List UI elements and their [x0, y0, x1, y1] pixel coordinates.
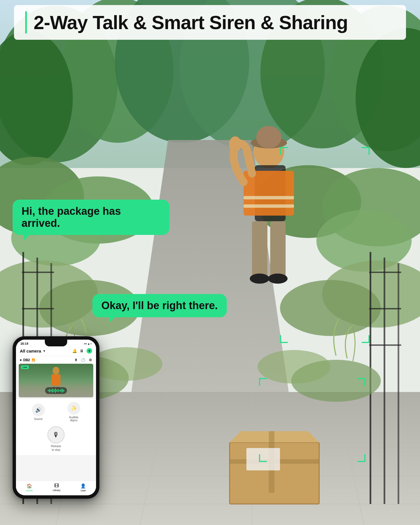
svg-rect-64 — [52, 374, 60, 386]
wave-bar — [60, 389, 61, 392]
clock-icon[interactable]: 🕐 — [81, 358, 85, 362]
mic-label: Releaseto stop — [51, 444, 61, 452]
phone-status-right: ▪▪▪ ▴ ▪ — [84, 342, 92, 345]
chat-text-2: Okay, I'll be right there. — [101, 300, 218, 311]
wave-bar — [49, 389, 50, 392]
user-icon: 👤 — [80, 483, 86, 489]
svg-rect-46 — [252, 221, 267, 277]
alarm-label: AudibleAlarm — [69, 416, 78, 422]
page-title: 2-Way Talk & Smart Siren & Sharing — [34, 11, 348, 33]
pkg-corner-tl — [259, 378, 267, 386]
svg-rect-38 — [369, 272, 401, 273]
phone-header-icons: 🔔 🖥 + — [72, 348, 92, 354]
phone-screen: 16:14 ▪▪▪ ▴ ▪ All camera ▼ 🔔 🖥 — [16, 340, 96, 495]
svg-rect-33 — [22, 308, 54, 309]
monitor-icon[interactable]: 🖥 — [80, 349, 84, 353]
wave-bar — [51, 389, 52, 392]
signal-icon: ▪▪▪ — [84, 342, 87, 345]
dropdown-arrow-icon: ▼ — [43, 349, 46, 353]
title-accent — [25, 11, 27, 34]
share-icon[interactable]: ⬆ — [74, 358, 78, 362]
phone-outer: 16:14 ▪▪▪ ▴ ▪ All camera ▼ 🔔 🖥 — [13, 336, 99, 499]
svg-point-50 — [229, 136, 241, 152]
battery-icon: ▪ — [90, 342, 92, 345]
nav-home[interactable]: 🏠 Home — [26, 483, 33, 492]
camera-title-text: All camera — [20, 349, 41, 353]
wave-bar — [59, 390, 60, 391]
nav-user[interactable]: 👤 User — [80, 483, 86, 492]
svg-rect-36 — [384, 258, 385, 504]
wave-bar — [56, 389, 57, 392]
wave-bar — [48, 390, 49, 391]
camera-label: DB2 📶 — [20, 358, 35, 362]
pkg-corner-br — [358, 454, 365, 462]
phone-camera-row: DB2 📶 ⬆ 🕐 ⚙ — [16, 356, 96, 364]
corner-tl — [280, 147, 288, 155]
home-icon: 🏠 — [27, 483, 32, 489]
phone-notch — [45, 340, 67, 346]
wifi-icon: ▴ — [88, 342, 89, 345]
svg-rect-37 — [398, 263, 399, 504]
scene-container: 2-Way Talk & Smart Siren & Sharing Hi, t… — [0, 0, 420, 525]
sound-label: Sound — [34, 417, 42, 421]
pkg-corner-tr — [358, 378, 365, 386]
camera-thumbnail[interactable]: Live — [19, 364, 93, 397]
sound-button[interactable]: 🔊 Sound — [32, 403, 45, 421]
chat-text-1: Hi, the package has arrived. — [22, 205, 121, 229]
svg-rect-40 — [369, 344, 401, 346]
library-icon: 🎞 — [54, 483, 59, 488]
wave-bar — [55, 388, 56, 393]
phone-time: 16:14 — [20, 342, 28, 345]
corner-tr — [362, 147, 370, 155]
add-icon[interactable]: + — [87, 348, 92, 354]
bell-icon[interactable]: 🔔 — [72, 349, 77, 353]
alarm-button[interactable]: ✨ AudibleAlarm — [67, 402, 80, 422]
phone-mockup: 16:14 ▪▪▪ ▴ ▪ All camera ▼ 🔔 🖥 — [13, 336, 99, 499]
nav-home-label: Home — [26, 489, 33, 492]
package-detection-box — [259, 378, 365, 462]
camera-icons-row: ⬆ 🕐 ⚙ — [74, 358, 92, 362]
camera-name: DB2 — [23, 358, 30, 362]
corner-br — [362, 335, 370, 343]
nav-library[interactable]: 🎞 Library — [53, 483, 60, 492]
live-badge: Live — [21, 365, 29, 369]
svg-point-61 — [90, 347, 162, 381]
camera-title: All camera ▼ — [20, 349, 46, 353]
gear-icon[interactable]: ⚙ — [89, 358, 92, 362]
wave-bar — [62, 389, 63, 393]
camera-dot — [20, 359, 22, 361]
svg-rect-32 — [22, 272, 54, 273]
chat-bubble-1: Hi, the package has arrived. — [13, 200, 169, 235]
mic-section: 🎙 Releaseto stop — [16, 425, 96, 455]
wave-bar — [58, 389, 59, 392]
mic-button[interactable]: 🎙 — [48, 427, 64, 443]
wifi-signal-icon: 📶 — [32, 358, 35, 361]
corner-bl — [280, 335, 288, 343]
phone-controls: 🔊 Sound ✨ AudibleAlarm — [16, 399, 96, 425]
pkg-corner-bl — [259, 454, 267, 462]
phone-app-header: All camera ▼ 🔔 🖥 + — [16, 346, 96, 356]
audio-wave — [45, 387, 67, 394]
nav-user-label: User — [81, 489, 86, 492]
wave-bar — [52, 389, 53, 393]
svg-point-48 — [250, 274, 269, 284]
chat-bubble-2: Okay, I'll be right there. — [92, 294, 227, 317]
title-bar: 2-Way Talk & Smart Siren & Sharing — [14, 5, 406, 40]
svg-point-63 — [53, 367, 59, 375]
svg-point-52 — [256, 126, 281, 148]
svg-rect-39 — [369, 308, 401, 309]
sound-icon: 🔊 — [32, 403, 45, 416]
phone-nav: 🏠 Home 🎞 Library 👤 User — [16, 481, 96, 495]
person-detection-box — [280, 147, 370, 343]
nav-library-label: Library — [53, 489, 60, 492]
alarm-icon: ✨ — [67, 402, 80, 415]
wave-bar — [63, 389, 64, 392]
wave-bar — [53, 389, 54, 392]
